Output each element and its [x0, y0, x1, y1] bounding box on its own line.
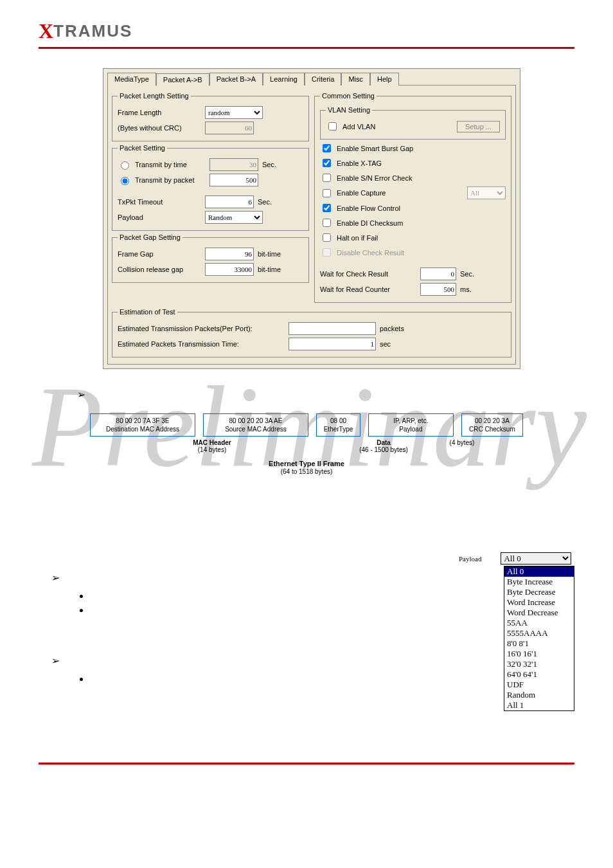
c6-label: Enable DI Checksum — [337, 219, 403, 227]
setup-button: Setup ... — [457, 121, 500, 132]
payload-dd-label: Payload — [459, 555, 481, 563]
payload-opt-3[interactable]: Word Increase — [504, 597, 574, 608]
logo-rest: TRAMUS — [53, 21, 132, 41]
c5-label: Enable Flow Control — [337, 204, 400, 212]
bullet-1: ➢ — [77, 388, 536, 401]
payload-opt-11[interactable]: UDF — [504, 680, 574, 690]
tab-mediatype[interactable]: MediaType — [107, 73, 156, 86]
c4-label: Enable Capture — [337, 189, 463, 197]
ms-label: ms. — [460, 285, 472, 293]
frame-gap-field[interactable] — [205, 248, 254, 260]
logo-x: X — [39, 19, 53, 43]
payload-select[interactable]: Random — [205, 211, 263, 224]
payload-opt-5[interactable]: 55AA — [504, 618, 574, 628]
tab-bar: MediaType Packet A->B Packet B->A Learni… — [107, 73, 516, 86]
capture-select: All — [467, 186, 506, 199]
c7-label: Halt on if Fail — [337, 234, 378, 242]
payload-dd-select[interactable]: All 0 — [501, 552, 571, 565]
transmit-by-packet-field[interactable] — [209, 174, 258, 186]
c3-checkbox[interactable] — [323, 174, 331, 182]
c4-checkbox[interactable] — [323, 189, 331, 197]
bullet-2: ➢ — [51, 572, 420, 584]
sec-label-1: Sec. — [262, 161, 276, 168]
sec-label-3: Sec. — [460, 270, 474, 278]
c2-checkbox[interactable] — [323, 159, 331, 167]
transmit-by-time-radio[interactable] — [121, 161, 129, 170]
c3-label: Enable S/N Error Check — [337, 174, 412, 182]
sub-bullet-1 — [90, 590, 459, 602]
c8-checkbox — [323, 248, 331, 257]
txpkt-label: TxPkt Timeout — [118, 198, 201, 206]
sub-bullet-2 — [90, 604, 459, 616]
frame-length-select[interactable]: random — [205, 106, 263, 119]
payload-opt-13[interactable]: All 1 — [504, 700, 574, 710]
logo: X TRAMUS — [39, 19, 574, 43]
tab-criteria[interactable]: Criteria — [305, 73, 341, 86]
packet-gap-setting: Packet Gap Setting Frame Gap bit-time Co… — [112, 233, 309, 283]
cs-legend: Common Setting — [320, 92, 377, 100]
payload-opt-8[interactable]: 16'0 16'1 — [504, 649, 574, 659]
transmit-by-time-field — [209, 158, 258, 171]
transmit-by-packet-radio[interactable] — [121, 177, 129, 185]
payload-dd-list[interactable]: All 0 Byte Increase Byte Decrease Word I… — [504, 566, 574, 711]
est-time-unit: sec — [380, 340, 391, 348]
transmit-by-packet-label: Transmit by packet — [135, 176, 206, 184]
bytes-label: (Bytes without CRC) — [118, 124, 201, 132]
tab-packet-ab[interactable]: Packet A->B — [156, 73, 209, 86]
bytes-field — [205, 122, 254, 134]
tab-learning[interactable]: Learning — [263, 73, 305, 86]
c7-checkbox[interactable] — [323, 233, 331, 242]
settings-dialog: MediaType Packet A->B Packet B->A Learni… — [103, 68, 520, 369]
tab-packet-ba[interactable]: Packet B->A — [209, 73, 263, 86]
ps-legend: Packet Setting — [118, 144, 167, 152]
pls-legend: Packet Length Setting — [118, 92, 191, 100]
ethernet-frame-diagram: 80 00 20 7A 3F 3EDestination MAC Address… — [90, 413, 523, 475]
packet-setting: Packet Setting Transmit by time Sec. Tra… — [112, 144, 309, 231]
vlan-setting: VLAN Setting Add VLAN Setup ... — [320, 106, 506, 140]
payload-opt-9[interactable]: 32'0 32'1 — [504, 659, 574, 669]
c6-checkbox[interactable] — [323, 219, 331, 227]
packet-length-setting: Packet Length Setting Frame Length rando… — [112, 92, 309, 141]
transmit-by-time-label: Transmit by time — [135, 161, 206, 168]
c1-checkbox[interactable] — [323, 144, 331, 152]
payload-opt-6[interactable]: 5555AAAA — [504, 628, 574, 638]
payload-opt-12[interactable]: Random — [504, 690, 574, 700]
c5-checkbox[interactable] — [323, 204, 331, 212]
est-packets-unit: packets — [380, 325, 404, 332]
tab-misc[interactable]: Misc — [341, 73, 370, 86]
wait-check-label: Wait for Check Result — [320, 270, 416, 278]
pgs-legend: Packet Gap Setting — [118, 233, 182, 241]
estimation-of-test: Estimation of Test Estimated Transmissio… — [112, 308, 511, 357]
bt-label-2: bit-time — [258, 266, 281, 273]
est-l1: Estimated Transmission Packets(Per Port)… — [118, 325, 285, 332]
sec-label-2: Sec. — [258, 198, 272, 206]
tab-help[interactable]: Help — [370, 73, 399, 86]
c2-label: Enable X-TAG — [337, 159, 382, 167]
payload-opt-0[interactable]: All 0 — [504, 566, 574, 577]
frame-gap-label: Frame Gap — [118, 250, 201, 258]
frame-length-label: Frame Length — [118, 109, 201, 116]
est-time-field — [289, 338, 376, 350]
c8-label: Disable Check Result — [337, 249, 404, 257]
txpkt-field[interactable] — [205, 195, 254, 208]
est-packets-field — [289, 322, 376, 335]
add-vlan-checkbox[interactable] — [328, 122, 337, 131]
payload-opt-10[interactable]: 64'0 64'1 — [504, 669, 574, 680]
payload-opt-2[interactable]: Byte Decrease — [504, 587, 574, 597]
collision-field[interactable] — [205, 263, 254, 276]
sub-bullet-3 — [90, 673, 459, 685]
vlan-legend: VLAN Setting — [326, 106, 372, 114]
wait-check-field[interactable] — [420, 267, 456, 280]
bullet-3: ➢ — [51, 655, 420, 667]
payload-opt-7[interactable]: 8'0 8'1 — [504, 638, 574, 649]
est-l2: Estimated Packets Transmission Time: — [118, 340, 285, 348]
wait-read-field[interactable] — [420, 283, 456, 296]
est-legend: Estimation of Test — [118, 308, 177, 316]
add-vlan-label: Add VLAN — [342, 123, 453, 131]
collision-label: Collision release gap — [118, 266, 201, 273]
payload-opt-4[interactable]: Word Decrease — [504, 608, 574, 618]
payload-label: Payload — [118, 213, 201, 221]
bt-label-1: bit-time — [258, 250, 281, 258]
payload-opt-1[interactable]: Byte Increase — [504, 577, 574, 587]
c1-label: Enable Smart Burst Gap — [337, 145, 413, 152]
